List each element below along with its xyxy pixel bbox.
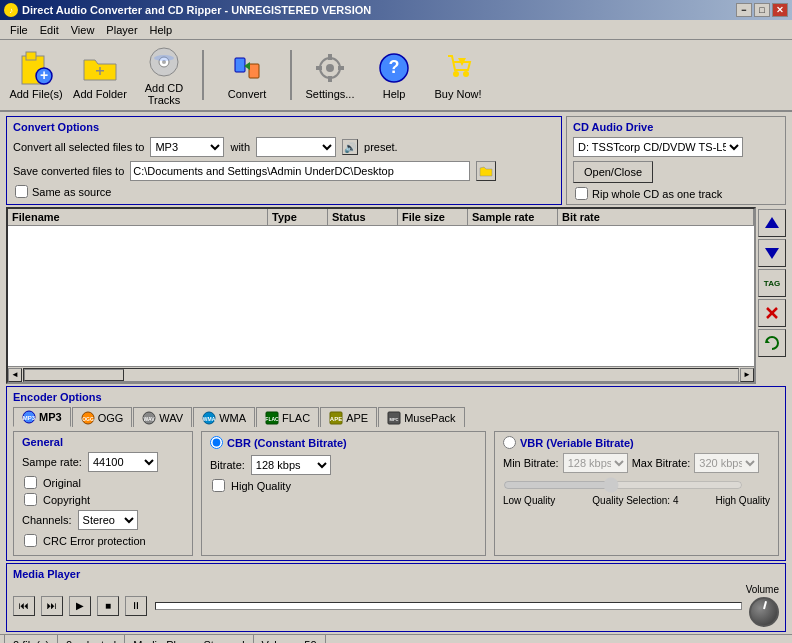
- status-bar: 0 file(s) 0 selected Media Player: Stopp…: [0, 634, 792, 643]
- menu-file[interactable]: File: [4, 22, 34, 38]
- hscroll-right[interactable]: ►: [740, 368, 754, 382]
- prev-button[interactable]: ⏮: [13, 596, 35, 616]
- tab-wma[interactable]: WMA WMA: [193, 407, 255, 427]
- quality-slider[interactable]: [503, 477, 743, 493]
- preset-icon-btn[interactable]: 🔊: [342, 139, 358, 155]
- browse-button[interactable]: [476, 161, 496, 181]
- same-as-source-label: Same as source: [32, 186, 111, 198]
- col-filename: Filename: [8, 209, 268, 225]
- max-bitrate-label: Max Bitrate:: [632, 457, 691, 469]
- cbr-radio[interactable]: [210, 436, 223, 449]
- high-quality-label-vbr: High Quality: [716, 495, 770, 506]
- remove-button[interactable]: [758, 299, 786, 327]
- help-button[interactable]: ? Help: [364, 45, 424, 105]
- bitrate-select[interactable]: 128 kbps 64 kbps 96 kbps 192 kbps 256 kb…: [251, 455, 331, 475]
- cd-audio-panel: CD Audio Drive D: TSSTcorp CD/DVDW TS-L5…: [566, 116, 786, 205]
- close-button[interactable]: ✕: [772, 3, 788, 17]
- rip-whole-cd-checkbox[interactable]: [575, 187, 588, 200]
- status-volume: Volume: 50: [254, 635, 326, 643]
- save-path-input[interactable]: [130, 161, 470, 181]
- tab-musepack[interactable]: MPC MusePack: [378, 407, 464, 427]
- encoder-cbr: CBR (Constant Bitrate) Bitrate: 128 kbps…: [201, 431, 486, 556]
- hscroll-left[interactable]: ◄: [8, 368, 22, 382]
- ogg-tab-icon: OGG: [81, 411, 95, 425]
- crc-checkbox[interactable]: [24, 534, 37, 547]
- file-list-header: Filename Type Status File size Sample ra…: [8, 209, 754, 226]
- high-quality-checkbox[interactable]: [212, 479, 225, 492]
- next-button[interactable]: ⏭: [41, 596, 63, 616]
- tag-button[interactable]: TAG: [758, 269, 786, 297]
- max-bitrate-select[interactable]: 320 kbps: [694, 453, 759, 473]
- tab-flac-label: FLAC: [282, 412, 310, 424]
- tab-musepack-label: MusePack: [404, 412, 455, 424]
- add-folder-icon: [82, 50, 118, 86]
- buy-now-button[interactable]: Buy Now!: [428, 45, 488, 105]
- svg-rect-15: [328, 54, 332, 60]
- preset-select[interactable]: [256, 137, 336, 157]
- format-select[interactable]: MP3 OGG WAV WMA FLAC APE MusePack: [150, 137, 224, 157]
- stop-button[interactable]: ■: [97, 596, 119, 616]
- media-player-title: Media Player: [13, 568, 779, 580]
- cd-drive-select[interactable]: D: TSSTcorp CD/DVDW TS-L532R vHAC: [573, 137, 743, 157]
- settings-button[interactable]: Settings...: [300, 45, 360, 105]
- general-title: General: [22, 436, 184, 448]
- convert-all-label: Convert all selected files to: [13, 141, 144, 153]
- menu-help[interactable]: Help: [144, 22, 179, 38]
- add-cd-icon: [146, 44, 182, 80]
- musepack-tab-icon: MPC: [387, 411, 401, 425]
- sample-rate-select[interactable]: 44100 8000 11025 22050 48000: [88, 452, 158, 472]
- vbr-radio[interactable]: [503, 436, 516, 449]
- volume-section: Volume: [746, 584, 779, 627]
- move-down-button[interactable]: [758, 239, 786, 267]
- tab-ape[interactable]: APE APE: [320, 407, 377, 427]
- hscroll-thumb[interactable]: [24, 369, 124, 381]
- move-up-button[interactable]: [758, 209, 786, 237]
- vbr-title: VBR (Veriable Bitrate): [520, 437, 634, 449]
- open-close-button[interactable]: Open/Close: [573, 161, 653, 183]
- channels-select[interactable]: Stereo Mono: [78, 510, 138, 530]
- flac-tab-icon: FLAC: [265, 411, 279, 425]
- hscroll-track[interactable]: [23, 368, 739, 382]
- svg-rect-10: [235, 58, 245, 72]
- play-button[interactable]: ▶: [69, 596, 91, 616]
- tab-wav[interactable]: WAV WAV: [133, 407, 192, 427]
- pause-button[interactable]: ⏸: [125, 596, 147, 616]
- sample-rate-label: Sampe rate:: [22, 456, 82, 468]
- window-title: Direct Audio Converter and CD Ripper - U…: [22, 4, 371, 16]
- svg-text:WMA: WMA: [203, 416, 216, 422]
- original-label: Original: [43, 477, 81, 489]
- menu-edit[interactable]: Edit: [34, 22, 65, 38]
- encoder-tabs: MP3 MP3 OGG OGG WAV WAV WMA WMA FLAC FLA…: [13, 407, 779, 427]
- svg-point-14: [326, 64, 334, 72]
- convert-options-title: Convert Options: [13, 121, 555, 133]
- copyright-checkbox[interactable]: [24, 493, 37, 506]
- progress-bar[interactable]: [155, 602, 742, 610]
- volume-knob[interactable]: [749, 597, 779, 627]
- menu-player[interactable]: Player: [100, 22, 143, 38]
- col-samplerate: Sample rate: [468, 209, 558, 225]
- menu-view[interactable]: View: [65, 22, 101, 38]
- tab-ogg[interactable]: OGG OGG: [72, 407, 133, 427]
- add-folder-button[interactable]: Add Folder: [70, 45, 130, 105]
- help-label: Help: [383, 88, 406, 100]
- tab-flac[interactable]: FLAC FLAC: [256, 407, 319, 427]
- tab-mp3[interactable]: MP3 MP3: [13, 407, 71, 427]
- buy-now-label: Buy Now!: [434, 88, 481, 100]
- convert-button[interactable]: Convert: [212, 45, 282, 105]
- minimize-button[interactable]: −: [736, 3, 752, 17]
- svg-rect-16: [328, 76, 332, 82]
- hscrollbar[interactable]: ◄ ►: [8, 366, 754, 382]
- same-as-source-checkbox[interactable]: [15, 185, 28, 198]
- add-cd-tracks-button[interactable]: Add CD Tracks: [134, 45, 194, 105]
- mp3-tab-icon: MP3: [22, 410, 36, 424]
- tab-ogg-label: OGG: [98, 412, 124, 424]
- min-bitrate-select[interactable]: 128 kbps: [563, 453, 628, 473]
- add-files-button[interactable]: + Add File(s): [6, 45, 66, 105]
- crc-label: CRC Error protection: [43, 535, 146, 547]
- separator-1: [202, 50, 204, 100]
- clear-button[interactable]: [758, 329, 786, 357]
- tab-ape-label: APE: [346, 412, 368, 424]
- original-checkbox[interactable]: [24, 476, 37, 489]
- maximize-button[interactable]: □: [754, 3, 770, 17]
- help-icon: ?: [376, 50, 412, 86]
